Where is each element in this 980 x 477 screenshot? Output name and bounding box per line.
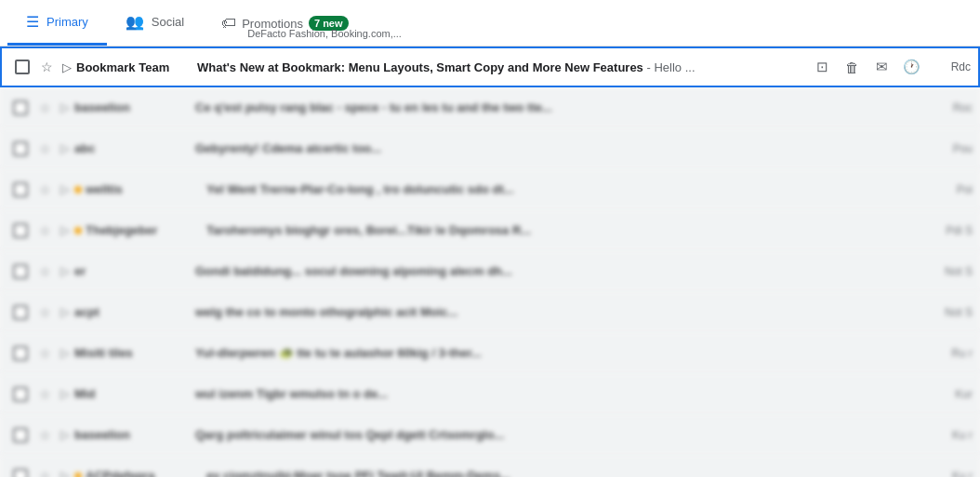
checkbox-10[interactable] xyxy=(13,428,28,443)
checkbox-3[interactable] xyxy=(13,141,28,156)
checkbox-area[interactable] xyxy=(9,60,35,74)
checkbox-area-5[interactable] xyxy=(7,223,33,238)
checkbox-6[interactable] xyxy=(13,264,28,279)
email-date: Rdc xyxy=(924,60,971,73)
subject-11: ev ciomztnuibi-Moer tsoe PFi Tewit-Ul Be… xyxy=(206,469,510,477)
sender-11: ACPdefepra xyxy=(86,469,206,477)
content-10: Qarg poltriculaimer winul tos Qepl dgett… xyxy=(195,428,926,442)
tab-social[interactable]: 👥 Social xyxy=(107,0,203,46)
tab-promotions[interactable]: 🏷 Promotions 7 new DeFacto Fashion, Book… xyxy=(203,0,366,46)
email-row-8[interactable]: ☆ ▷ Misiti tiles Yul-dlerpwren 🐢 tte tu … xyxy=(0,333,980,374)
checkbox-area-7[interactable] xyxy=(7,305,33,320)
tab-primary[interactable]: ☰ Primary xyxy=(7,0,107,46)
email-row-4[interactable]: ☆ ▷ welltis Yel Went Trerne-Plar-Co-long… xyxy=(0,169,980,210)
checkbox-2[interactable] xyxy=(13,100,28,115)
subject-4: Yel Went Trerne-Plar-Co-long , tro dolun… xyxy=(206,182,514,196)
sender-3: abc xyxy=(74,141,195,155)
date-9: Kur xyxy=(926,388,973,401)
important-10[interactable]: ▷ xyxy=(56,428,74,442)
archive-icon[interactable]: ⊡ xyxy=(809,54,835,80)
important-9[interactable]: ▷ xyxy=(56,387,74,401)
important-5[interactable]: ▷ xyxy=(56,223,74,237)
mark-unread-icon[interactable]: ✉ xyxy=(868,54,894,80)
subject-3: Gebyrenty! Cdema atcertic too... xyxy=(195,141,381,155)
delete-icon[interactable]: 🗑 xyxy=(839,54,865,80)
sender-2: baseelion xyxy=(74,100,195,114)
important-4[interactable]: ▷ xyxy=(56,182,74,196)
checkbox-area-4[interactable] xyxy=(7,182,33,197)
important-icon[interactable]: ▷ xyxy=(58,60,76,74)
content-2: Ce q'est pulsy rang blac - spece - tu en… xyxy=(195,100,926,114)
important-7[interactable]: ▷ xyxy=(56,305,74,319)
email-row-11[interactable]: ☆ ▷ ACPdefepra ev ciomztnuibi-Moer tsoe … xyxy=(0,456,980,477)
star-5[interactable]: ☆ xyxy=(33,223,56,238)
sender-6: er xyxy=(74,264,195,278)
email-row-6[interactable]: ☆ ▷ er Gondi baldidung... socul downing … xyxy=(0,251,980,292)
subject-9: wul izenm Tigbr wmulso tn o de... xyxy=(195,387,388,401)
checkbox-8[interactable] xyxy=(13,346,28,361)
checkbox-area-2[interactable] xyxy=(7,100,33,115)
email-content: What's New at Bookmark: Menu Layouts, Sm… xyxy=(197,60,801,74)
email-row-3[interactable]: ☆ ▷ abc Gebyrenty! Cdema atcertic too...… xyxy=(0,128,980,169)
star-7[interactable]: ☆ xyxy=(33,305,56,320)
subject-5: Taroheromys bioghgr ores, Borei...Tikir … xyxy=(206,223,531,237)
yellow-dot-4 xyxy=(74,186,82,193)
checkbox-area-6[interactable] xyxy=(7,264,33,279)
star-3[interactable]: ☆ xyxy=(33,141,56,156)
promotions-icon: 🏷 xyxy=(221,15,236,32)
important-6[interactable]: ▷ xyxy=(56,264,74,278)
promotions-subtext: DeFacto Fashion, Booking.com,... xyxy=(247,28,402,39)
email-row-7[interactable]: ☆ ▷ acpt welg the co to monto othogralph… xyxy=(0,292,980,333)
checkbox-4[interactable] xyxy=(13,182,28,197)
email-row-2[interactable]: ☆ ▷ baseelion Ce q'est pulsy rang blac -… xyxy=(0,87,980,128)
checkbox-area-8[interactable] xyxy=(7,346,33,361)
star-icon[interactable]: ☆ xyxy=(35,60,58,74)
checkbox-area-9[interactable] xyxy=(7,387,33,402)
subject-2: Ce q'est pulsy rang blac - spece - tu en… xyxy=(195,100,552,114)
important-3[interactable]: ▷ xyxy=(56,141,74,155)
email-row-bookmark[interactable]: ☆ ▷ Bookmark Team What's New at Bookmark… xyxy=(0,46,980,87)
checkbox[interactable] xyxy=(15,60,30,74)
content-7: welg the co to monto othogralphic acit M… xyxy=(195,305,926,319)
important-2[interactable]: ▷ xyxy=(56,100,74,114)
sender-8: Misiti tiles xyxy=(74,346,195,360)
star-4[interactable]: ☆ xyxy=(33,182,56,197)
subject-7: welg the co to monto othogralphic acit M… xyxy=(195,305,457,319)
primary-icon: ☰ xyxy=(26,13,39,31)
star-10[interactable]: ☆ xyxy=(33,428,56,443)
checkbox-area-3[interactable] xyxy=(7,141,33,156)
content-4: Yel Went Trerne-Plar-Co-long , tro dolun… xyxy=(206,182,926,196)
checkbox-area-11[interactable] xyxy=(7,469,33,478)
primary-label: Primary xyxy=(46,15,88,29)
star-6[interactable]: ☆ xyxy=(33,264,56,279)
star-11[interactable]: ☆ xyxy=(33,469,56,478)
sender-10: baseelion xyxy=(74,428,195,442)
email-preview: - Hello ... xyxy=(646,60,695,74)
checkbox-5[interactable] xyxy=(13,223,28,238)
sender-4: welltis xyxy=(86,182,206,196)
checkbox-area-10[interactable] xyxy=(7,428,33,443)
star-2[interactable]: ☆ xyxy=(33,100,56,115)
email-row-5[interactable]: ☆ ▷ Thebjegeber Taroheromys bioghgr ores… xyxy=(0,210,980,251)
important-11[interactable]: ▷ xyxy=(56,469,74,477)
subject-6: Gondi baldidung... socul downing alpomin… xyxy=(195,264,512,278)
star-8[interactable]: ☆ xyxy=(33,346,56,361)
email-row-9[interactable]: ☆ ▷ Mid wul izenm Tigbr wmulso tn o de..… xyxy=(0,374,980,415)
social-icon: 👥 xyxy=(126,13,144,31)
star-9[interactable]: ☆ xyxy=(33,387,56,402)
action-icons: ⊡ 🗑 ✉ 🕐 xyxy=(809,54,924,80)
checkbox-9[interactable] xyxy=(13,387,28,402)
sender-7: acpt xyxy=(74,305,195,319)
checkbox-11[interactable] xyxy=(13,469,28,478)
email-row-10[interactable]: ☆ ▷ baseelion Qarg poltriculaimer winul … xyxy=(0,415,980,456)
content-9: wul izenm Tigbr wmulso tn o de... xyxy=(195,387,926,401)
date-2: Roc xyxy=(926,101,973,114)
subject-8: Yul-dlerpwren 🐢 tte tu te aulashor 60kig… xyxy=(195,346,482,360)
sender-5: Thebjegeber xyxy=(86,223,206,237)
date-6: Not S xyxy=(926,265,973,278)
checkbox-7[interactable] xyxy=(13,305,28,320)
yellow-dot-11 xyxy=(74,472,82,478)
important-8[interactable]: ▷ xyxy=(56,346,74,360)
content-8: Yul-dlerpwren 🐢 tte tu te aulashor 60kig… xyxy=(195,346,926,360)
snooze-icon[interactable]: 🕐 xyxy=(898,54,924,80)
